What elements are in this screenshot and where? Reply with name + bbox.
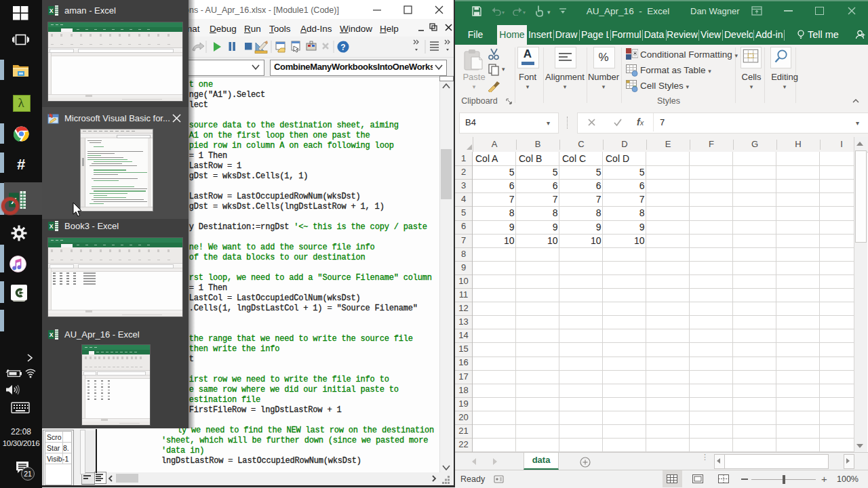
svg-text:X: X [50, 331, 54, 338]
svg-text:?: ? [340, 43, 345, 52]
svg-text:X: X [50, 223, 54, 230]
svg-text:X: X [50, 7, 54, 14]
